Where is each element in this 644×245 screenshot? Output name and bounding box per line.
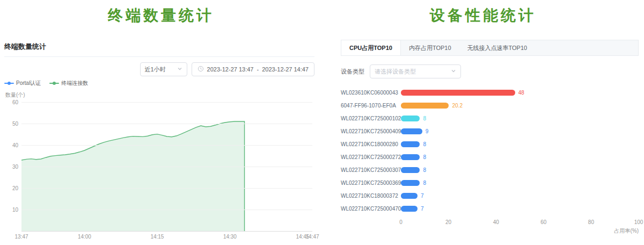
device-name-label: WL022710KC18000280	[341, 141, 401, 147]
chevron-down-icon	[451, 68, 456, 75]
chart-controls: 近1小时 2023-12-27 13:47 - 2023-12-27 14:47	[4, 62, 314, 76]
bar[interactable]	[401, 103, 449, 109]
bar-value-label: 8	[423, 180, 426, 186]
gridline	[21, 102, 312, 103]
device-type-placeholder: 请选择设备类型	[375, 68, 416, 76]
y-axis-tick-label: 40	[4, 142, 18, 148]
legend-marker-icon	[4, 83, 14, 84]
x-axis-unit-label: 占用率(%)	[401, 227, 639, 235]
top10-tabs: CPU占用TOP10内存占用TOP10无线接入点速率TOP10	[341, 40, 639, 56]
bar-track: 8	[401, 141, 639, 147]
bar[interactable]	[401, 167, 420, 173]
bar-row: WL022710KC7250003078	[341, 163, 639, 176]
legend-item[interactable]: Portal认证	[4, 80, 41, 87]
bar-value-label: 20.2	[452, 103, 462, 109]
gridline	[21, 124, 312, 124]
x-axis-tick-label: 80	[588, 219, 594, 225]
date-range-picker[interactable]: 2023-12-27 13:47 - 2023-12-27 14:47	[192, 62, 314, 76]
y-axis-title: 数量(个)	[5, 91, 314, 99]
x-axis-tick-label: 100	[634, 219, 643, 225]
tab-top10-0[interactable]: CPU占用TOP10	[341, 40, 401, 55]
legend-label: 终端连接数	[61, 80, 88, 87]
device-name-label: WL022710KC725000409	[341, 128, 401, 134]
left-panel-heading: 终端数量统计	[0, 5, 322, 26]
bar-track: 20.2	[401, 103, 639, 109]
bar-value-label: 8	[423, 116, 426, 121]
x-axis-line	[21, 231, 312, 232]
x-axis: 13:4714:0014:1514:3014:4514:47	[21, 234, 312, 241]
bar-value-label: 8	[423, 141, 426, 147]
bar[interactable]	[401, 180, 420, 186]
card-title: 终端数量统计	[4, 42, 314, 56]
device-name-label: WL022710KC725000272	[341, 154, 401, 160]
axis-spacer	[341, 219, 401, 226]
legend-item[interactable]: 终端连接数	[49, 80, 88, 87]
bar-track: 8	[401, 154, 639, 160]
line-chart: 102030405060 13:4714:0014:1514:3014:4514…	[21, 102, 312, 241]
x-axis-tick-label: 14:30	[223, 234, 237, 240]
time-range-select[interactable]: 近1小时	[140, 62, 187, 76]
bar-track: 8	[401, 180, 639, 186]
device-name-label: WL023610KC06000043	[341, 90, 401, 96]
time-range-value: 近1小时	[145, 66, 166, 74]
header-divider	[4, 56, 314, 57]
x-axis-tick-label: 0	[399, 219, 402, 225]
bar[interactable]	[401, 154, 420, 160]
bar-value-label: 9	[426, 128, 429, 134]
y-axis-tick-label: 10	[4, 207, 18, 213]
x-axis-tick-label: 14:15	[150, 234, 164, 240]
bar-row: 6047-FF96-1070-EF0A20.2	[341, 99, 639, 112]
bar-track: 8	[401, 167, 639, 173]
device-name-label: WL022710KC725000102	[341, 116, 401, 121]
bar-track: 48	[401, 90, 639, 96]
axis-spacer	[341, 227, 401, 235]
chevron-down-icon	[177, 66, 182, 73]
line-chart-plot-area: 102030405060	[21, 102, 312, 231]
bar-value-label: 7	[421, 193, 424, 199]
bar-row: WL022710KC7250001028	[341, 112, 639, 125]
device-type-label: 设备类型	[341, 68, 364, 76]
device-type-select[interactable]: 请选择设备类型	[370, 64, 461, 78]
bar[interactable]	[401, 90, 515, 96]
axis-tick-row: 020406080100	[401, 219, 639, 226]
bar[interactable]	[401, 141, 420, 147]
legend-label: Portal认证	[16, 80, 41, 87]
device-name-label: 6047-FF96-1070-EF0A	[341, 103, 401, 109]
y-axis-tick-label: 60	[4, 99, 18, 105]
device-name-label: WL022710KC725000369	[341, 180, 401, 186]
legend-marker-icon	[49, 83, 59, 84]
tab-top10-2[interactable]: 无线接入点速率TOP10	[459, 40, 536, 55]
bar-chart-unit-row: 占用率(%)	[341, 227, 639, 235]
x-axis-tick-label: 20	[445, 219, 451, 225]
date-start: 2023-12-27 13:47	[207, 66, 254, 73]
bar[interactable]	[401, 128, 422, 134]
bar-value-label: 48	[518, 90, 524, 96]
dashboard: 终端数量统计 终端数量统计 近1小时 2023-12-27 13:47 -	[0, 0, 644, 245]
bar-row: WL022710KC7250004099	[341, 125, 639, 138]
terminal-stats-card: 终端数量统计 近1小时 2023-12-27 13:47 - 2023-12-2…	[4, 42, 314, 241]
device-type-filter: 设备类型 请选择设备类型	[341, 64, 639, 78]
right-panel-heading: 设备性能统计	[322, 5, 644, 26]
bar[interactable]	[401, 206, 418, 212]
y-axis-tick-label: 50	[4, 120, 18, 126]
date-separator: -	[257, 66, 259, 73]
device-name-label: WL022710KC18000372	[341, 193, 401, 199]
bar-track: 9	[401, 128, 639, 134]
bar-value-label: 8	[423, 154, 426, 160]
x-axis-tick-label: 14:00	[78, 234, 91, 240]
bar-value-label: 7	[421, 206, 424, 212]
bar[interactable]	[401, 193, 418, 199]
tab-top10-1[interactable]: 内存占用TOP10	[401, 40, 459, 55]
device-name-label: WL022710KC725000307	[341, 167, 401, 173]
chart-legend: Portal认证终端连接数	[4, 80, 314, 87]
gridline	[21, 210, 312, 210]
date-end: 2023-12-27 14:47	[262, 66, 309, 73]
bar[interactable]	[401, 116, 420, 121]
y-axis-tick-label: 30	[4, 164, 18, 170]
device-performance-panel: 设备性能统计 CPU占用TOP10内存占用TOP10无线接入点速率TOP10 设…	[322, 0, 644, 245]
bar-row: WL022710KC7250003698	[341, 176, 639, 189]
gridline	[21, 145, 312, 146]
bar-row: WL022710KC180003727	[341, 189, 639, 202]
y-axis-tick-label: 20	[4, 185, 18, 191]
x-axis-tick-label: 14:47	[305, 234, 319, 240]
